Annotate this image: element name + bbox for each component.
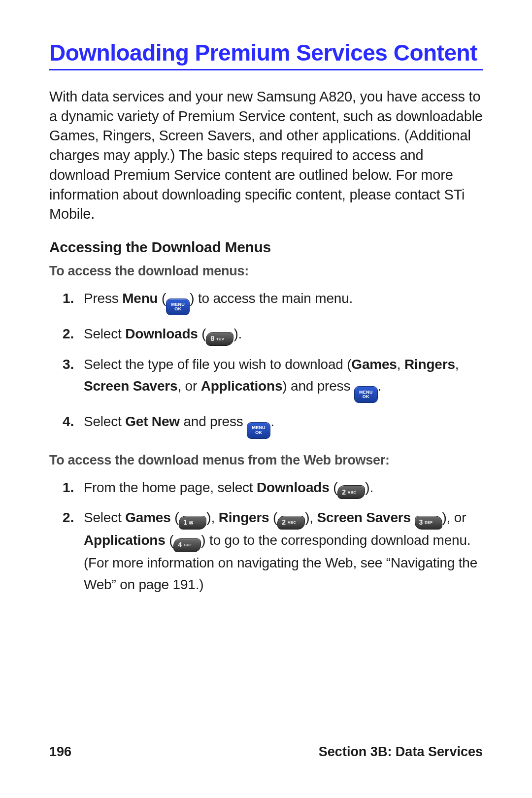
manual-page: Downloading Premium Services Content Wit… xyxy=(0,0,532,798)
bold-term: Applications xyxy=(84,532,166,548)
step-text: ( xyxy=(269,510,277,525)
bold-term: Screen Savers xyxy=(84,378,177,394)
key-1-icon: 1✉ xyxy=(179,516,206,530)
step-text: ( xyxy=(166,532,174,548)
step-text: ( xyxy=(158,291,166,306)
step-number: 1. xyxy=(54,477,74,498)
bold-term: Ringers xyxy=(404,357,455,372)
intro-paragraph: With data services and your new Samsung … xyxy=(49,87,483,224)
step-number: 2. xyxy=(54,323,74,344)
step-text: ). xyxy=(365,480,373,495)
steps-list-1: 1. Press Menu (MENUOK) to access the mai… xyxy=(49,288,483,439)
key-2-icon: 2ABC xyxy=(277,516,305,530)
step-number: 4. xyxy=(54,411,74,432)
bold-term: Get New xyxy=(125,414,180,429)
page-title: Downloading Premium Services Content xyxy=(49,39,483,70)
bold-term: Games xyxy=(125,510,170,525)
instruction-heading-1: To access the download menus: xyxy=(49,264,483,279)
menu-ok-key-icon: MENUOK xyxy=(166,299,190,315)
step-text: Select xyxy=(84,326,125,341)
step-3: 3. Select the type of file you wish to d… xyxy=(84,354,483,403)
step-2: 2. Select Games (1✉), Ringers (2ABC), Sc… xyxy=(84,507,483,595)
step-text: . xyxy=(378,378,382,394)
step-text: ), or xyxy=(442,510,466,525)
bold-term: Menu xyxy=(122,291,158,306)
step-text: ) and press xyxy=(282,378,354,394)
bold-term: Ringers xyxy=(219,510,269,525)
key-2-icon: 2ABC xyxy=(337,485,365,499)
step-text: , xyxy=(397,357,404,372)
steps-list-2: 1. From the home page, select Downloads … xyxy=(49,477,483,595)
page-number: 196 xyxy=(49,744,71,760)
step-text: ) to access the main menu. xyxy=(190,291,353,306)
step-text: Select xyxy=(84,510,125,525)
step-1: 1. Press Menu (MENUOK) to access the mai… xyxy=(84,288,483,315)
bold-term: Downloads xyxy=(257,480,330,495)
step-text: Select xyxy=(84,414,125,429)
key-3-icon: 3DEF xyxy=(415,516,442,530)
key-4-icon: 4GHI xyxy=(173,538,201,552)
step-number: 1. xyxy=(54,288,74,309)
step-text: ), xyxy=(206,510,218,525)
section-label: Section 3B: Data Services xyxy=(319,744,483,760)
step-2: 2. Select Downloads (8TUV). xyxy=(84,323,483,346)
step-text: ), xyxy=(305,510,317,525)
step-text: . xyxy=(270,414,274,429)
bold-term: Games xyxy=(351,357,397,372)
step-text xyxy=(411,510,415,525)
step-text: and press xyxy=(180,414,247,429)
step-text: , xyxy=(455,357,459,372)
step-4: 4. Select Get New and press MENUOK. xyxy=(84,411,483,438)
subheading: Accessing the Download Menus xyxy=(49,239,483,256)
step-number: 3. xyxy=(54,354,74,375)
instruction-heading-2: To access the download menus from the We… xyxy=(49,453,483,468)
bold-term: Screen Savers xyxy=(317,510,411,525)
step-text: Press xyxy=(84,291,122,306)
step-text: From the home page, select xyxy=(84,480,257,495)
step-text: ( xyxy=(171,510,179,525)
menu-ok-key-icon: MENUOK xyxy=(247,422,270,439)
bold-term: Applications xyxy=(201,378,283,394)
step-text: ). xyxy=(233,326,242,341)
step-text: Select the type of file you wish to down… xyxy=(84,357,351,372)
key-8-icon: 8TUV xyxy=(206,332,233,346)
bold-term: Downloads xyxy=(125,326,198,341)
step-text: ( xyxy=(198,326,206,341)
step-text: , or xyxy=(177,378,200,394)
page-footer: 196 Section 3B: Data Services xyxy=(49,744,483,760)
step-number: 2. xyxy=(54,507,74,528)
step-1: 1. From the home page, select Downloads … xyxy=(84,477,483,499)
menu-ok-key-icon: MENUOK xyxy=(354,386,378,403)
step-text: ( xyxy=(330,480,338,495)
